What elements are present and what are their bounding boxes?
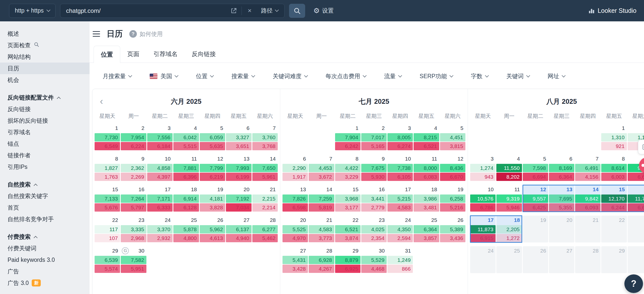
calendar-day[interactable]: 28	[575, 246, 600, 273]
calendar-day[interactable]: 205,5254,970	[283, 216, 308, 242]
google-update-marker[interactable]: G	[122, 247, 129, 254]
hamburger-menu-icon[interactable]	[93, 31, 100, 37]
tab-referring-domains[interactable]: 引荐域名	[146, 45, 185, 63]
calendar-day[interactable]: 265,9624,613	[200, 216, 225, 242]
filter-cost-per-click[interactable]: 每次点击费用	[326, 72, 366, 80]
how-to-use-link[interactable]: ? 如何使用	[129, 30, 163, 38]
calendar-day[interactable]: 37,5566,184	[147, 124, 173, 151]
sidebar-item-anchors[interactable]: 锚点	[0, 138, 90, 150]
calendar-day[interactable]: 1512,1706,244	[601, 185, 627, 212]
filter-word-count[interactable]: 字数	[471, 72, 488, 80]
calendar-day[interactable]: 1711,8736,915	[470, 216, 496, 242]
calendar-day[interactable]: 46,0425,515	[173, 124, 199, 151]
calendar-day[interactable]: 137,9936,199	[226, 154, 251, 181]
calendar-day[interactable]: 127,7996,219	[200, 154, 225, 181]
filter-position[interactable]: 位置	[196, 72, 213, 80]
calendar-day[interactable]: 1611,7226,647	[628, 185, 644, 212]
calendar-day[interactable]: 74,4533,672	[309, 154, 334, 181]
calendar-day[interactable]: 196,2585,216	[440, 185, 465, 212]
calendar-day[interactable]: 76,4914,156	[575, 154, 600, 181]
calendar-day[interactable]: 48,2156,521	[414, 124, 439, 151]
sidebar-item-paid-keywords[interactable]: 付费关键词	[0, 242, 90, 254]
filter-keyword[interactable]: 关键词	[506, 72, 530, 80]
tab-positions[interactable]: 位置	[94, 46, 120, 63]
calendar-day[interactable]: 212,2152,214	[252, 185, 278, 212]
calendar-day[interactable]: 147,2595,819	[309, 185, 334, 212]
calendar-day[interactable]: 275,4313,428	[283, 246, 308, 273]
calendar-day[interactable]: 1010,5766,786	[470, 185, 496, 212]
sidebar-item-organic-competitors[interactable]: 自然排名竞争对手	[0, 213, 90, 225]
sidebar-item-organic-keywords[interactable]: 自然搜索关键字	[0, 190, 90, 202]
calendar-day[interactable]: 68,1696,364	[549, 154, 574, 181]
calendar-day[interactable]: 256,3643,857	[414, 216, 439, 242]
calendar-day[interactable]: 186,9146,128	[173, 185, 199, 212]
settings-button[interactable]: ⚙ 设置	[313, 7, 334, 15]
sidebar-item-referring-ips[interactable]: 引用IPs	[0, 161, 90, 173]
calendar-day[interactable]: 167,2645,797	[121, 185, 146, 212]
calendar-day[interactable]: 97,6755,930	[361, 154, 387, 181]
url-input[interactable]: chatgpt.com/	[66, 7, 227, 14]
calendar-day[interactable]: 298,8796,925	[335, 246, 360, 273]
calendar-day[interactable]: 175,2154,583	[387, 185, 413, 212]
calendar-day[interactable]: 234,0252,354	[361, 216, 387, 242]
calendar-day[interactable]: 243,3702,932	[147, 216, 173, 242]
calendar-day[interactable]: 183,9863,481	[414, 185, 439, 212]
calendar-day[interactable]: 104,8584,397	[147, 154, 173, 181]
calendar-day[interactable]: 265,3893,436	[440, 216, 465, 242]
filter-country[interactable]: 美国	[150, 72, 178, 80]
calendar-day[interactable]: 163,4412,779	[361, 185, 387, 212]
sidebar-item-ads[interactable]: 广告	[0, 266, 90, 277]
calendar-day[interactable]: 129,5576,425	[523, 185, 548, 212]
filter-url[interactable]: 网址	[548, 72, 565, 80]
calendar-day[interactable]: 244,3502,594	[387, 216, 413, 242]
calendar-day[interactable]: 27	[549, 246, 574, 273]
calendar-day[interactable]: 27,9546,224	[121, 124, 146, 151]
calendar-day[interactable]: 30	[628, 246, 644, 273]
calendar-day[interactable]: 305,5294,468	[361, 246, 387, 273]
filter-traffic[interactable]: 流量	[384, 72, 401, 80]
calendar-day[interactable]: 19	[523, 216, 548, 242]
calendar-day[interactable]: 62,2901,917	[283, 154, 308, 181]
protocol-dropdown[interactable]: http + https	[9, 4, 56, 18]
calendar-day[interactable]: 276,1374,940	[226, 216, 251, 242]
calendar-day[interactable]: 24	[470, 246, 496, 273]
calendar-day[interactable]: 182,2051,272	[496, 216, 522, 242]
tab-pages[interactable]: 页面	[120, 45, 146, 63]
sidebar-section-paid-search[interactable]: 付费搜索	[0, 231, 90, 242]
calendar-day[interactable]: 207,1927,034	[226, 185, 251, 212]
calendar-day[interactable]: 25	[496, 246, 522, 273]
help-fab[interactable]: ?	[624, 274, 643, 293]
calendar-day[interactable]: 88,6146,003	[601, 154, 627, 181]
calendar-day[interactable]: 214,5833,773	[309, 216, 334, 242]
sidebar-item-site-structure[interactable]: 网站结构	[0, 51, 90, 63]
sidebar-item-overview[interactable]: 概述	[0, 28, 90, 39]
sidebar-item-top-pages[interactable]: 首页	[0, 202, 90, 213]
calendar-day[interactable]: 20	[549, 216, 574, 242]
calendar-day[interactable]: 17,9046,242	[335, 124, 360, 151]
floating-widget-button[interactable]	[638, 140, 644, 154]
calendar-day[interactable]: 137,6955,355	[549, 185, 574, 212]
calendar-day[interactable]: 21	[575, 216, 600, 242]
calendar-day[interactable]: 22117107	[95, 216, 120, 242]
looker-studio-button[interactable]: Looker Studio	[588, 7, 636, 14]
calendar-day[interactable]: 26	[523, 246, 548, 273]
search-button[interactable]	[289, 4, 305, 18]
calendar-day[interactable]: 149,8426,093	[575, 185, 600, 212]
calendar-day[interactable]: 117,8816,396	[173, 154, 199, 181]
calendar-day[interactable]: 11,310921	[601, 124, 627, 151]
calendar-day[interactable]: 92,3622,269	[121, 154, 146, 181]
calendar-day[interactable]: 107,7386,105	[387, 154, 413, 181]
calendar-day[interactable]: 233,3352,968	[121, 216, 146, 242]
calendar-day[interactable]: 84,4223,229	[335, 154, 360, 181]
prev-month-chevron[interactable]: ‹	[100, 96, 103, 106]
calendar-day[interactable]: 38,0056,274	[387, 124, 413, 151]
sidebar-section-organic-search[interactable]: 自然搜索	[0, 179, 90, 190]
sidebar-item-opportunities[interactable]: 机会	[0, 74, 90, 86]
calendar-day[interactable]: 411,5508,202	[496, 154, 522, 181]
calendar-day[interactable]: 177,1716,333	[147, 185, 173, 212]
calendar-day[interactable]: 286,9284,267	[309, 246, 334, 273]
calendar-day[interactable]: 73,7603,768	[252, 124, 278, 151]
calendar-day[interactable]: 194,1813,828	[200, 185, 225, 212]
sidebar-item-referring-domains[interactable]: 引荐域名	[0, 126, 90, 138]
calendar-day[interactable]: 147,6505,961	[252, 154, 278, 181]
